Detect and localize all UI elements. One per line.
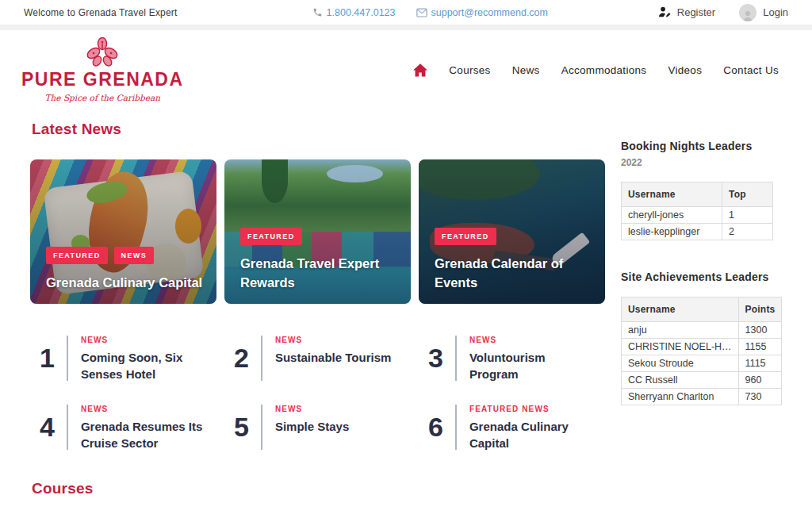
card-title: Grenada Calendar of Events	[435, 254, 592, 294]
news-cards: FEATURED NEWS Grenada Culinary Capital F…	[30, 159, 605, 304]
news-card-calendar-of-events[interactable]: FEATURED Grenada Calendar of Events	[419, 159, 605, 304]
nutmeg-flower-icon	[85, 37, 120, 67]
nav-courses[interactable]: Courses	[449, 64, 490, 76]
page-body: Latest News FEATURED NEWS	[0, 109, 812, 451]
item-tag: NEWS	[275, 336, 391, 344]
news-list-item-3[interactable]: 3 NEWS Voluntourism Program	[419, 334, 605, 382]
featured-badge: FEATURED	[435, 228, 496, 245]
points-cell: 1115	[738, 355, 782, 372]
login-button[interactable]: Login	[739, 4, 788, 21]
numbered-news-list: 1 NEWS Coming Soon, Six Senses Hotel 2 N…	[30, 334, 605, 451]
item-tag: NEWS	[275, 405, 349, 413]
username-cell: cheryll-jones	[622, 207, 722, 224]
table-row: CC Russell 960	[622, 372, 782, 389]
username-cell: Sekou Stroude	[622, 355, 739, 372]
logo-title: PURE GRENADA	[21, 69, 184, 90]
item-title: Grenada Resumes Its Cruise Sector	[81, 418, 206, 451]
leaderboard-sidebar: Booking Nights Leaders 2022 Username Top…	[621, 109, 773, 451]
news-card-culinary-capital[interactable]: FEATURED NEWS Grenada Culinary Capital	[30, 159, 216, 304]
username-cell: anju	[622, 322, 739, 339]
table-row: CHRISTINE NOEL-H… 1155	[622, 339, 782, 355]
site-logo[interactable]: PURE GRENADA The Spice of the Caribbean	[21, 37, 184, 102]
divider	[261, 405, 262, 450]
item-number: 1	[40, 344, 67, 373]
points-cell: 1155	[738, 339, 782, 355]
email-link[interactable]: support@recommend.com	[416, 7, 548, 18]
table-row: Sekou Stroude 1115	[622, 355, 782, 372]
item-number: 6	[428, 413, 455, 442]
column-header-top: Top	[722, 182, 773, 207]
register-button[interactable]: Register	[657, 6, 715, 19]
item-number: 3	[428, 344, 455, 373]
login-label: Login	[763, 6, 788, 18]
item-tag: FEATURED NEWS	[469, 405, 595, 413]
item-tag: NEWS	[81, 336, 206, 344]
register-label: Register	[677, 6, 715, 18]
nav-accommodations[interactable]: Accommodations	[561, 64, 647, 76]
avatar-icon	[739, 4, 756, 21]
item-title: Coming Soon, Six Senses Hotel	[81, 349, 206, 382]
courses-heading: Courses	[32, 480, 812, 497]
item-title: Simple Stays	[275, 418, 349, 435]
email-address: support@recommend.com	[431, 7, 548, 18]
site-header: PURE GRENADA The Spice of the Caribbean …	[0, 30, 812, 109]
column-header-username: Username	[622, 182, 722, 207]
table-row: leslie-kepplinger 2	[622, 224, 773, 240]
nav-contact-us[interactable]: Contact Us	[723, 64, 779, 76]
username-cell: leslie-kepplinger	[622, 224, 722, 240]
item-number: 5	[234, 413, 261, 442]
username-cell: CHRISTINE NOEL-H…	[622, 339, 739, 355]
divider	[67, 405, 68, 450]
topbar-divider	[0, 25, 812, 30]
points-cell: 1300	[738, 322, 782, 339]
logo-tagline: The Spice of the Caribbean	[45, 93, 160, 102]
top-cell: 1	[722, 207, 773, 224]
phone-number: 1.800.447.0123	[327, 7, 396, 18]
account-links: Register Login	[657, 4, 788, 21]
nav-news[interactable]: News	[512, 64, 540, 76]
latest-news-heading: Latest News	[32, 121, 605, 138]
table-row: Sherryann Charlton 730	[622, 389, 782, 405]
points-cell: 730	[738, 389, 782, 405]
divider	[455, 405, 457, 450]
nav-videos[interactable]: Videos	[668, 64, 702, 76]
phone-link[interactable]: 1.800.447.0123	[312, 7, 396, 18]
username-cell: Sherryann Charlton	[622, 389, 739, 405]
item-number: 2	[234, 344, 261, 373]
item-title: Voluntourism Program	[469, 349, 595, 382]
news-list-item-4[interactable]: 4 NEWS Grenada Resumes Its Cruise Sector	[30, 403, 216, 451]
top-cell: 2	[722, 224, 773, 240]
news-badge: NEWS	[114, 247, 155, 264]
person-edit-icon	[657, 6, 671, 19]
contact-info: 1.800.447.0123 support@recommend.com	[312, 7, 548, 18]
item-title: Grenada Culinary Capital	[469, 418, 595, 451]
achievements-leaders-heading: Site Achievements Leaders	[621, 271, 773, 283]
news-list-item-2[interactable]: 2 NEWS Sustainable Tourism	[224, 334, 411, 382]
card-title: Grenada Travel Expert Rewards	[240, 254, 398, 294]
item-number: 4	[40, 413, 67, 442]
column-header-points: Points	[738, 297, 782, 322]
achievements-leaders-table: Username Points anju 1300 CHRISTINE NOEL…	[621, 297, 782, 405]
points-cell: 960	[738, 372, 782, 389]
card-title: Grenada Culinary Capital	[46, 273, 204, 293]
home-icon[interactable]	[413, 63, 427, 77]
username-cell: CC Russell	[622, 372, 739, 389]
divider	[261, 336, 262, 381]
item-tag: NEWS	[81, 405, 206, 413]
topbar: Welcome to Grenada Travel Expert 1.800.4…	[0, 0, 812, 25]
envelope-icon	[416, 8, 427, 17]
item-tag: NEWS	[469, 336, 595, 344]
news-list-item-6[interactable]: 6 FEATURED NEWS Grenada Culinary Capital	[419, 403, 605, 451]
booking-leaders-heading: Booking Nights Leaders	[621, 140, 773, 152]
news-card-travel-expert-rewards[interactable]: FEATURED Grenada Travel Expert Rewards	[224, 159, 411, 304]
news-list-item-1[interactable]: 1 NEWS Coming Soon, Six Senses Hotel	[30, 334, 216, 382]
main-nav: Courses News Accommodations Videos Conta…	[413, 63, 779, 77]
column-header-username: Username	[622, 297, 739, 322]
divider	[67, 336, 68, 381]
news-list-item-5[interactable]: 5 NEWS Simple Stays	[224, 403, 411, 451]
divider	[455, 336, 457, 381]
table-row: anju 1300	[622, 322, 782, 339]
item-title: Sustainable Tourism	[275, 349, 391, 366]
phone-icon	[312, 7, 323, 17]
main-content: Latest News FEATURED NEWS	[30, 109, 605, 451]
